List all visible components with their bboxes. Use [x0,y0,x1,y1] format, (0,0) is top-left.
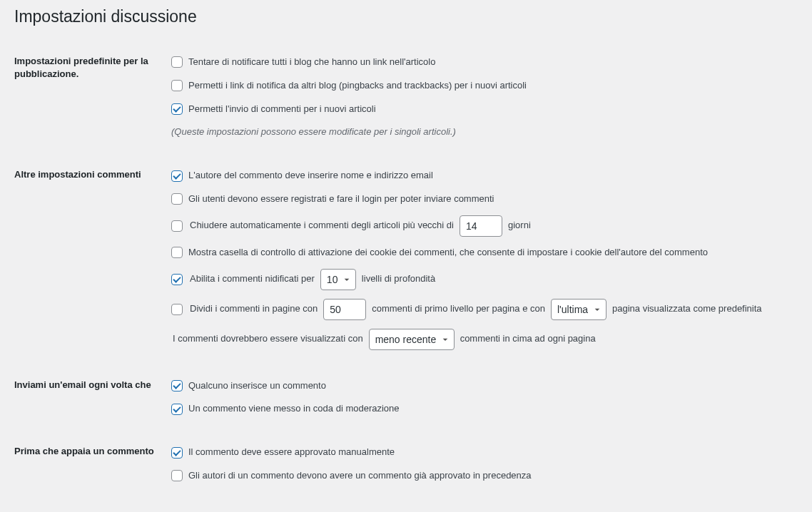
text-order-post: commenti in cima ad ogni pagina [460,332,596,347]
checkbox-prev-approved[interactable] [171,470,183,481]
text-order-pre: I commenti dovrebbero essere visualizzat… [173,332,363,347]
text-nested-pre: Abilita i commenti nidificati per [190,272,315,287]
label-manual-approval[interactable]: Il commento deve essere approvato manual… [171,445,395,460]
checkbox-auto-close[interactable] [171,220,183,232]
text-auto-close-pre: Chiudere automaticamente i commenti degl… [190,218,454,233]
text-prev-approved: Gli autori di un commento devono avere u… [188,469,532,483]
checkbox-paginate-comments[interactable] [171,304,183,315]
select-default-page[interactable]: l'ultima [551,299,607,320]
checkbox-nested-comments[interactable] [171,274,183,285]
label-allow-pingbacks[interactable]: Permetti i link di notifica da altri blo… [171,78,527,93]
checkbox-allow-comments[interactable] [171,103,183,115]
text-allow-comments: Permetti l'invio di commenti per i nuovi… [188,102,376,117]
section-heading-email-me: Inviami un'email ogni volta che [14,379,171,446]
label-allow-comments[interactable]: Permetti l'invio di commenti per i nuovi… [171,102,376,117]
label-nested-comments[interactable]: Abilita i commenti nidificati per [171,272,316,287]
text-cookie-consent: Mostra casella di controllo di attivazio… [188,245,708,260]
label-email-someone-posts[interactable]: Qualcuno inserisce un commento [171,379,326,394]
label-auto-close[interactable]: Chiudere automaticamente i commenti degl… [171,218,455,233]
text-manual-approval: Il commento deve essere approvato manual… [188,445,395,460]
section-heading-defaults: Impostazioni predefinite per la pubblica… [14,55,171,168]
input-auto-close-days[interactable] [460,215,502,237]
text-email-someone-posts: Qualcuno inserisce un commento [188,379,326,394]
page-title: Impostazioni discussione [14,7,798,26]
label-require-name-email[interactable]: L'autore del commento deve inserire nome… [171,168,433,183]
label-notify-blogs[interactable]: Tentare di notificare tutti i blog che h… [171,55,435,70]
label-prev-approved[interactable]: Gli autori di un commento devono avere u… [171,469,532,483]
input-comments-per-page[interactable] [323,299,366,320]
text-allow-pingbacks: Permetti i link di notifica da altri blo… [188,78,527,93]
text-auto-close-post: giorni [508,218,531,233]
text-paginate-mid: commenti di primo livello per pagina e c… [372,302,545,317]
checkbox-email-someone-posts[interactable] [171,380,183,391]
text-notify-blogs: Tentare di notificare tutti i blog che h… [188,55,435,70]
label-require-registered[interactable]: Gli utenti devono essere registrati e fa… [171,192,494,207]
checkbox-email-held-moderation[interactable] [171,404,183,415]
text-nested-post: livelli di profondità [362,272,435,287]
checkbox-require-name-email[interactable] [171,170,183,182]
text-require-name-email: L'autore del commento deve inserire nome… [188,168,433,183]
checkbox-cookie-consent[interactable] [171,247,183,258]
checkbox-notify-blogs[interactable] [171,56,183,68]
select-comment-order[interactable]: meno recente [369,329,455,350]
defaults-note: (Queste impostazioni possono essere modi… [171,125,798,140]
checkbox-require-registered[interactable] [171,193,183,205]
section-heading-other-comments: Altre impostazioni commenti [14,168,171,378]
label-paginate-comments[interactable]: Dividi i commenti in pagine con [171,302,319,317]
select-nested-levels[interactable]: 10 [320,269,356,290]
checkbox-allow-pingbacks[interactable] [171,80,183,91]
checkbox-manual-approval[interactable] [171,447,183,459]
text-email-held-moderation: Un commento viene messo in coda di moder… [188,401,400,416]
text-paginate-pre: Dividi i commenti in pagine con [190,302,318,317]
section-heading-before-appears: Prima che appaia un commento [14,445,171,512]
label-email-held-moderation[interactable]: Un commento viene messo in coda di moder… [171,401,400,416]
text-require-registered: Gli utenti devono essere registrati e fa… [188,192,494,207]
label-cookie-consent[interactable]: Mostra casella di controllo di attivazio… [171,245,708,260]
text-paginate-post: pagina visualizzata come predefinita [612,302,762,317]
